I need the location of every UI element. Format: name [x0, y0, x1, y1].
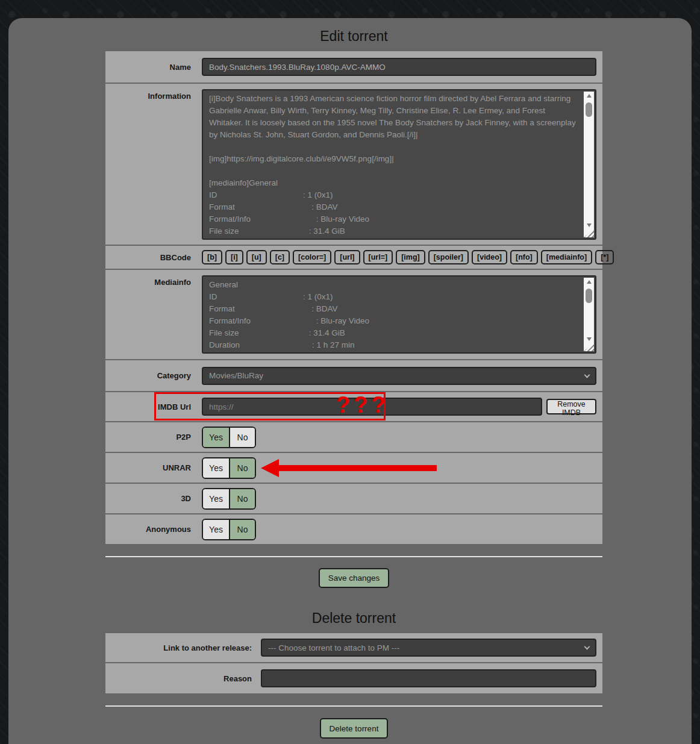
unrar-label: UNRAR [105, 463, 202, 472]
scrollbar-thumb[interactable] [586, 102, 592, 117]
category-label: Category [105, 371, 202, 380]
bbcode-video-button[interactable]: [video] [472, 250, 507, 264]
anonymous-label: Anonymous [105, 525, 202, 534]
anonymous-toggle: Yes No [202, 519, 256, 540]
name-input[interactable] [202, 58, 596, 76]
imdb-url-label: IMDB Url [105, 402, 202, 411]
bbcode-italic-button[interactable]: [i] [225, 250, 243, 264]
bbcode-code-button[interactable]: [c] [270, 250, 290, 264]
unrar-no-button[interactable]: No [229, 458, 255, 478]
category-row: Category Movies/BluRay [105, 360, 602, 391]
bbcode-url-button[interactable]: [url] [334, 250, 360, 264]
resize-grip-icon[interactable] [584, 230, 594, 237]
information-textarea[interactable]: [i]Body Snatchers is a 1993 American sci… [202, 89, 596, 240]
information-label: Information [105, 84, 202, 101]
p2p-toggle: Yes No [202, 427, 256, 448]
delete-torrent-title: Delete torrent [105, 610, 602, 627]
content-column: Edit torrent Name Information [i]Body Sn… [105, 0, 602, 739]
unrar-yes-button[interactable]: Yes [203, 458, 229, 478]
scrollbar-track[interactable] [584, 100, 594, 221]
edit-torrent-form: Name Information [i]Body Snatchers is a … [105, 51, 602, 544]
save-changes-button[interactable]: Save changes [319, 568, 390, 588]
scroll-up-icon[interactable] [584, 92, 594, 100]
scroll-down-icon[interactable] [584, 335, 594, 343]
category-select[interactable]: Movies/BluRay [202, 367, 596, 385]
bbcode-row: BBCode [b] [i] [u] [c] [color=] [url] [u… [105, 246, 602, 269]
p2p-label: P2P [105, 433, 202, 442]
3d-row: 3D Yes No [105, 484, 602, 513]
3d-yes-button[interactable]: Yes [203, 489, 229, 508]
unrar-row: UNRAR Yes No [105, 453, 602, 483]
bbcode-buttons: [b] [i] [u] [c] [color=] [url] [url=] [i… [202, 250, 614, 264]
link-release-label: Link to another release: [105, 643, 261, 652]
3d-no-button[interactable]: No [229, 489, 255, 508]
bbcode-listitem-button[interactable]: [*] [595, 250, 614, 264]
imdb-url-input[interactable] [202, 398, 542, 416]
scroll-down-icon[interactable] [584, 221, 594, 230]
bbcode-img-button[interactable]: [img] [396, 250, 425, 264]
bbcode-spoiler-button[interactable]: [spoiler] [428, 250, 469, 264]
anonymous-no-button[interactable]: No [229, 520, 255, 539]
section-divider [105, 556, 602, 557]
link-release-row: Link to another release: --- Choose torr… [105, 633, 602, 662]
unrar-toggle: Yes No [202, 457, 256, 479]
reason-label: Reason [105, 674, 261, 683]
link-release-select[interactable]: --- Choose torrent to attach to PM --- [261, 639, 596, 657]
3d-label: 3D [105, 494, 202, 503]
resize-grip-icon[interactable] [584, 343, 594, 351]
bbcode-label: BBCode [105, 253, 202, 262]
bbcode-nfo-button[interactable]: [nfo] [510, 250, 538, 264]
remove-imdb-button[interactable]: Remove IMDB [546, 399, 596, 414]
scrollbar-track[interactable] [584, 286, 594, 335]
delete-torrent-button[interactable]: Delete torrent [320, 718, 389, 739]
p2p-no-button[interactable]: No [229, 428, 255, 447]
information-text[interactable]: [i]Body Snatchers is a 1993 American sci… [209, 93, 581, 239]
reason-row: Reason [105, 663, 602, 693]
imdb-url-row: IMDB Url Remove IMDB [105, 392, 602, 421]
anonymous-row: Anonymous Yes No [105, 514, 602, 544]
anonymous-yes-button[interactable]: Yes [203, 520, 229, 539]
mediainfo-scrollbar[interactable] [584, 278, 594, 351]
bbcode-bold-button[interactable]: [b] [202, 250, 222, 264]
name-label: Name [105, 63, 202, 72]
mediainfo-label: Mediainfo [105, 270, 202, 287]
p2p-row: P2P Yes No [105, 422, 602, 452]
mediainfo-row: Mediainfo General ID : 1 (0x1) Format : … [105, 270, 602, 359]
bbcode-color-button[interactable]: [color=] [293, 250, 331, 264]
information-scrollbar[interactable] [584, 92, 594, 237]
bbcode-url-named-button[interactable]: [url=] [363, 250, 393, 264]
bbcode-mediainfo-button[interactable]: [mediainfo] [541, 250, 592, 264]
mediainfo-textarea[interactable]: General ID : 1 (0x1) Format : BDAV Forma… [202, 275, 596, 354]
scrollbar-thumb[interactable] [586, 289, 592, 303]
scroll-up-icon[interactable] [584, 278, 594, 286]
bbcode-underline-button[interactable]: [u] [246, 250, 267, 264]
edit-torrent-title: Edit torrent [105, 28, 602, 45]
mediainfo-text[interactable]: General ID : 1 (0x1) Format : BDAV Forma… [209, 279, 581, 352]
3d-toggle: Yes No [202, 488, 256, 510]
delete-torrent-form: Link to another release: --- Choose torr… [105, 633, 602, 693]
p2p-yes-button[interactable]: Yes [203, 428, 229, 447]
information-row: Information [i]Body Snatchers is a 1993 … [105, 84, 602, 245]
section-divider [105, 705, 602, 707]
reason-input[interactable] [261, 669, 596, 687]
name-row: Name [105, 51, 602, 83]
